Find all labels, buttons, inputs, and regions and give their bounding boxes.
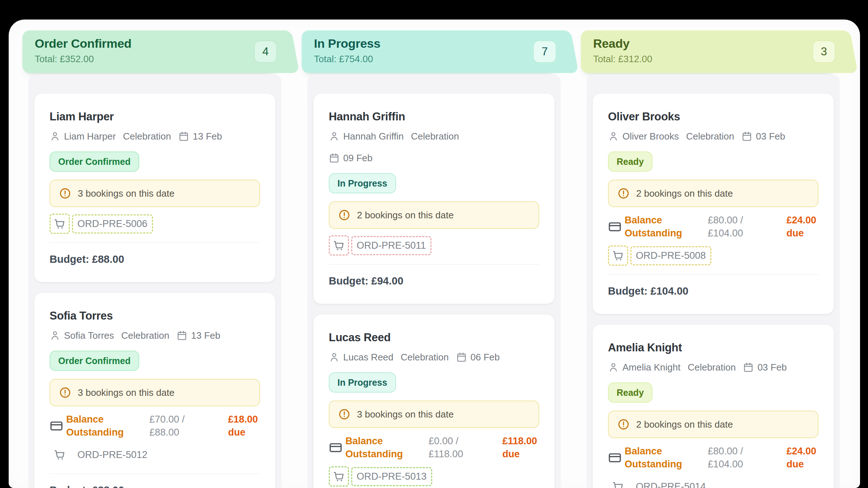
meta-customer-name: Lucas Reed	[343, 350, 393, 364]
order-ref[interactable]: ORD-PRE-5014	[608, 476, 711, 488]
order-id: ORD-PRE-5011	[351, 236, 431, 255]
balance-due-word: due	[786, 458, 816, 471]
booking-warning: 3 bookings on this date	[50, 180, 260, 207]
kanban-board: Order Confirmed Total: £352.00 4 Liam Ha…	[9, 20, 860, 488]
cart-icon	[54, 449, 66, 461]
person-icon	[329, 352, 340, 363]
column-track: Oliver Brooks Oliver Brooks Celebration …	[587, 74, 840, 488]
order-card[interactable]: Sofia Torres Sofia Torres Celebration 13…	[34, 292, 276, 488]
balance-amount-paid: £0.00 /	[429, 435, 502, 448]
booking-warning-text: 3 bookings on this date	[78, 188, 174, 199]
alert-icon	[59, 386, 71, 399]
column-track: Liam Harper Liam Harper Celebration 13 F…	[28, 74, 281, 488]
order-id: ORD-PRE-5014	[630, 477, 711, 488]
card-divider	[608, 274, 818, 275]
meta-event-type: Celebration	[686, 129, 734, 144]
balance-row: Balance Outstanding £80.00 / £104.00 £24…	[608, 445, 818, 471]
cart-icon-box	[50, 214, 70, 234]
column-title: Order Confirmed	[35, 37, 132, 51]
order-card[interactable]: Amelia Knight Amelia Knight Celebration …	[592, 324, 834, 488]
balance-amount-total: £118.00	[429, 448, 502, 461]
meta-date: 03 Feb	[741, 129, 785, 144]
card-meta: Liam Harper Celebration 13 Feb	[50, 129, 260, 144]
booking-warning: 3 bookings on this date	[329, 401, 539, 428]
balance-due-word: due	[786, 227, 816, 240]
credit-card-icon	[608, 220, 622, 234]
meta-customer: Amelia Knight	[608, 360, 680, 374]
status-badge: Ready	[608, 151, 652, 172]
order-ref[interactable]: ORD-PRE-5012	[50, 445, 153, 465]
person-icon	[50, 330, 60, 341]
order-card[interactable]: Lucas Reed Lucas Reed Celebration 06 Feb	[313, 314, 555, 488]
person-icon	[50, 131, 60, 142]
column-count-badge: 3	[812, 40, 835, 63]
column-header-content: Order Confirmed Total: £352.00	[35, 37, 132, 65]
balance-amounts: £70.00 / £88.00	[149, 413, 228, 439]
column-count-badge: 4	[254, 40, 277, 63]
balance-row: Balance Outstanding £80.00 / £104.00 £24…	[608, 214, 818, 240]
booking-warning: 3 bookings on this date	[50, 379, 260, 406]
cart-icon	[612, 249, 624, 262]
column-title: Ready	[593, 37, 652, 51]
balance-due-amount: £24.00	[786, 214, 816, 227]
card-meta: Amelia Knight Celebration 03 Feb	[608, 360, 818, 374]
order-card[interactable]: Oliver Brooks Oliver Brooks Celebration …	[592, 93, 834, 314]
card-meta: Oliver Brooks Celebration 03 Feb	[608, 129, 818, 144]
column-in-progress: In Progress Total: £754.00 7 Hannah Grif…	[302, 30, 579, 488]
balance-amount-paid: £80.00 /	[708, 214, 786, 227]
balance-due-amount: £24.00	[786, 445, 816, 458]
balance-due-word: due	[502, 448, 537, 461]
order-card[interactable]: Hannah Griffin Hannah Griffin Celebratio…	[313, 93, 555, 304]
card-meta: Lucas Reed Celebration 06 Feb	[329, 350, 539, 364]
cart-icon	[333, 239, 345, 252]
column-header: Ready Total: £312.00 3	[581, 30, 858, 73]
cart-icon	[54, 218, 66, 230]
column-total: Total: £352.00	[35, 53, 132, 65]
column-track: Hannah Griffin Hannah Griffin Celebratio…	[307, 74, 561, 488]
balance-amount-total: £88.00	[149, 426, 228, 439]
order-ref[interactable]: ORD-PRE-5011	[329, 235, 431, 256]
meta-date: 06 Feb	[456, 350, 500, 364]
meta-date: 03 Feb	[743, 360, 787, 374]
meta-date-text: 03 Feb	[757, 360, 787, 374]
balance-amount-total: £104.00	[708, 227, 786, 240]
meta-date-text: 13 Feb	[193, 129, 222, 144]
column-order-confirmed: Order Confirmed Total: £352.00 4 Liam Ha…	[22, 30, 299, 488]
meta-customer: Lucas Reed	[329, 350, 393, 364]
balance-label: Balance Outstanding	[345, 435, 429, 461]
balance-label: Balance Outstanding	[625, 445, 708, 471]
balance-label: Balance Outstanding	[625, 214, 708, 240]
column-header-content: Ready Total: £312.00	[593, 37, 652, 65]
card-divider	[50, 474, 260, 474]
order-ref[interactable]: ORD-PRE-5013	[329, 466, 432, 487]
order-card[interactable]: Liam Harper Liam Harper Celebration 13 F…	[34, 93, 276, 282]
balance-amounts: £80.00 / £104.00	[708, 214, 786, 240]
meta-customer: Liam Harper	[50, 129, 116, 144]
meta-event-type: Celebration	[123, 129, 171, 144]
meta-customer: Sofia Torres	[50, 328, 114, 343]
order-ref[interactable]: ORD-PRE-5006	[50, 214, 153, 234]
customer-name: Oliver Brooks	[608, 110, 818, 124]
cart-icon-box	[50, 445, 70, 465]
meta-customer-name: Sofia Torres	[64, 328, 114, 343]
status-badge: In Progress	[329, 173, 396, 193]
order-ref[interactable]: ORD-PRE-5008	[608, 245, 711, 266]
card-meta: Hannah Griffin Celebration 09 Feb	[329, 129, 539, 165]
balance-due-word: due	[228, 426, 258, 439]
alert-icon	[338, 408, 350, 420]
column-title: In Progress	[314, 37, 380, 51]
column-ready: Ready Total: £312.00 3 Oliver Brooks Oli…	[581, 30, 858, 488]
balance-amount-total: £104.00	[708, 458, 786, 471]
balance-due: £18.00 due	[228, 413, 260, 439]
credit-card-icon	[608, 451, 622, 465]
booking-warning: 2 bookings on this date	[329, 201, 539, 229]
balance-amount-paid: £80.00 /	[708, 445, 786, 458]
balance-due: £24.00 due	[786, 445, 818, 471]
cart-icon-box	[329, 466, 349, 487]
meta-event-type: Celebration	[411, 129, 459, 144]
balance-amounts: £0.00 / £118.00	[429, 435, 502, 461]
person-icon	[608, 362, 619, 373]
calendar-icon	[741, 131, 752, 142]
meta-event-type: Celebration	[121, 328, 169, 343]
customer-name: Hannah Griffin	[329, 110, 539, 124]
